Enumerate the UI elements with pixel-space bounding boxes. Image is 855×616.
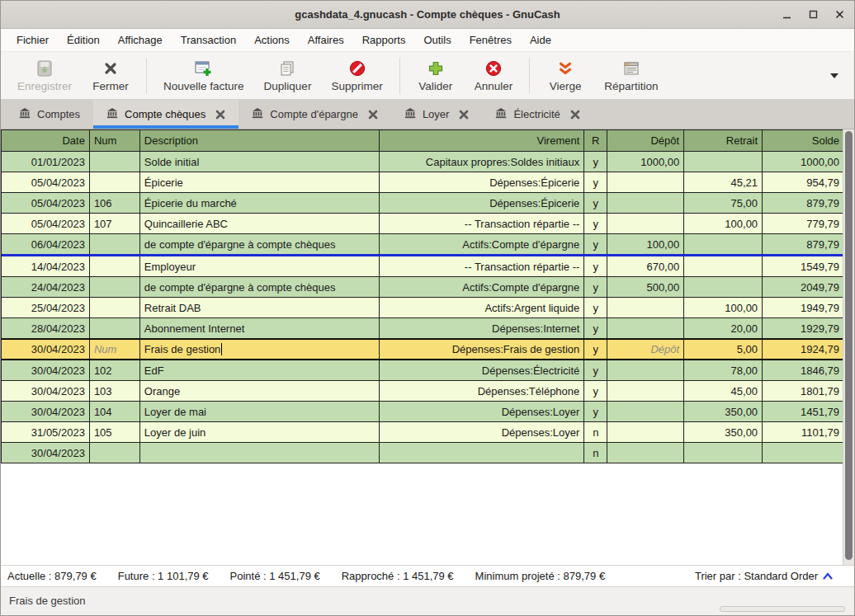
toolbar-button-nouvelle-facture[interactable]: Nouvelle facture xyxy=(154,55,254,96)
cell-depot[interactable] xyxy=(607,298,684,317)
cell-r[interactable]: y xyxy=(584,256,607,276)
cell-num[interactable]: 103 xyxy=(90,381,140,401)
cell-solde[interactable] xyxy=(763,443,844,463)
cell-num[interactable] xyxy=(90,298,140,317)
cell-retrait[interactable] xyxy=(684,152,763,172)
cell-description[interactable] xyxy=(140,443,380,463)
tab-close-icon[interactable] xyxy=(570,110,580,120)
cell-retrait[interactable]: 350,00 xyxy=(684,422,763,442)
cell-depot[interactable] xyxy=(607,214,684,233)
menu-fichier[interactable]: Fichier xyxy=(9,31,56,49)
cell-virement[interactable]: Dépenses:Électricité xyxy=(380,360,585,380)
cell-date[interactable]: 30/04/2023 xyxy=(2,402,90,421)
column-header-depot[interactable]: Dépôt xyxy=(607,130,684,151)
column-header-date[interactable]: Date xyxy=(2,130,90,151)
menu-aide[interactable]: Aide xyxy=(522,31,559,49)
cell-description[interactable]: Épicerie du marché xyxy=(140,193,380,213)
cell-num[interactable]: Num xyxy=(90,340,140,359)
cell-r[interactable]: y xyxy=(584,193,607,213)
toolbar-button-supprimer[interactable]: Supprimer xyxy=(321,55,392,96)
cell-depot[interactable] xyxy=(607,443,684,463)
cell-description[interactable]: Employeur xyxy=(140,256,380,276)
cell-virement[interactable]: Dépenses:Téléphone xyxy=(380,381,585,401)
cell-solde[interactable]: 1929,79 xyxy=(763,318,844,338)
cell-r[interactable]: y xyxy=(584,152,607,172)
menu-outils[interactable]: Outils xyxy=(416,31,458,49)
cell-description[interactable]: Orange xyxy=(140,381,380,401)
cell-description[interactable]: Solde initial xyxy=(140,152,380,172)
cell-r[interactable]: y xyxy=(584,214,607,233)
cell-virement[interactable]: Actifs:Compte d'épargne xyxy=(380,234,585,254)
tab-close-icon[interactable] xyxy=(215,110,225,120)
cell-num[interactable] xyxy=(90,318,140,338)
cell-solde[interactable]: 1549,79 xyxy=(763,256,844,276)
cell-date[interactable]: 14/04/2023 xyxy=(2,256,90,276)
cell-num[interactable] xyxy=(90,152,140,172)
cell-date[interactable]: 05/04/2023 xyxy=(2,214,90,233)
cell-retrait[interactable] xyxy=(684,256,763,276)
menu-edition[interactable]: Édition xyxy=(59,31,107,49)
cell-depot[interactable]: 500,00 xyxy=(607,277,684,297)
cell-r[interactable]: y xyxy=(584,172,607,192)
tab-electricite[interactable]: Électricité xyxy=(482,100,593,129)
toolbar-button-repartition[interactable]: Répartition xyxy=(594,55,668,96)
toolbar-button-fermer[interactable]: Fermer xyxy=(82,55,139,96)
column-header-r[interactable]: R xyxy=(584,130,607,151)
tab-comptes[interactable]: Comptes xyxy=(6,100,93,129)
column-header-num[interactable]: Num xyxy=(90,130,140,151)
cell-depot[interactable] xyxy=(607,422,684,442)
cell-depot[interactable] xyxy=(607,172,684,192)
cell-date[interactable]: 24/04/2023 xyxy=(2,277,90,297)
cell-r[interactable]: y xyxy=(584,298,607,317)
cell-retrait[interactable]: 78,00 xyxy=(684,360,763,380)
menu-affaires[interactable]: Affaires xyxy=(300,31,352,49)
cell-date[interactable]: 28/04/2023 xyxy=(2,318,90,338)
cell-retrait[interactable]: 45,21 xyxy=(684,172,763,192)
cell-num[interactable] xyxy=(90,172,140,192)
menu-actions[interactable]: Actions xyxy=(247,31,297,49)
cell-date[interactable]: 06/04/2023 xyxy=(2,234,90,254)
cell-virement[interactable]: Dépenses:Loyer xyxy=(380,422,585,442)
cell-r[interactable]: y xyxy=(584,234,607,254)
cell-solde[interactable]: 1000,00 xyxy=(763,152,844,172)
cell-retrait[interactable]: 45,00 xyxy=(684,381,763,401)
cell-solde[interactable]: 779,79 xyxy=(763,214,844,233)
cell-depot[interactable] xyxy=(607,360,684,380)
cell-depot[interactable] xyxy=(607,193,684,213)
overflow-arrow-icon[interactable] xyxy=(821,73,848,79)
toolbar-button-dupliquer[interactable]: Dupliquer xyxy=(254,55,322,96)
cell-retrait[interactable]: 100,00 xyxy=(684,214,763,233)
cell-num[interactable]: 105 xyxy=(90,422,140,442)
cell-num[interactable] xyxy=(90,443,140,463)
cell-virement[interactable]: Actifs:Compte d'épargne xyxy=(380,277,585,297)
cell-date[interactable]: 31/05/2023 xyxy=(2,422,90,442)
cell-num[interactable] xyxy=(90,277,140,297)
cell-description[interactable]: Loyer de juin xyxy=(140,422,380,442)
cell-virement[interactable]: Dépenses:Frais de gestion xyxy=(380,340,585,359)
cell-retrait[interactable]: 100,00 xyxy=(684,298,763,317)
column-header-retrait[interactable]: Retrait xyxy=(684,130,763,151)
cell-date[interactable]: 30/04/2023 xyxy=(2,443,90,463)
cell-solde[interactable]: 879,79 xyxy=(763,234,844,254)
tab-compte-cheques[interactable]: Compte chèques xyxy=(93,100,239,129)
cell-date[interactable]: 05/04/2023 xyxy=(2,172,90,192)
cell-num[interactable]: 106 xyxy=(90,193,140,213)
cell-virement[interactable]: Dépenses:Loyer xyxy=(380,402,585,421)
toolbar-button-annuler[interactable]: Annuler xyxy=(465,55,523,96)
cell-num[interactable]: 107 xyxy=(90,214,140,233)
cell-r[interactable]: n xyxy=(584,422,607,442)
cell-r[interactable]: y xyxy=(584,402,607,421)
cell-solde[interactable]: 2049,79 xyxy=(763,277,844,297)
cell-r[interactable]: y xyxy=(584,277,607,297)
cell-virement[interactable]: Dépenses:Internet xyxy=(380,318,585,338)
cell-r[interactable]: y xyxy=(584,318,607,338)
cell-solde[interactable]: 1846,79 xyxy=(763,360,844,380)
cell-retrait[interactable] xyxy=(684,277,763,297)
cell-description[interactable]: Quincaillerie ABC xyxy=(140,214,380,233)
column-header-description[interactable]: Description xyxy=(140,130,380,151)
cell-date[interactable]: 30/04/2023 xyxy=(2,340,90,359)
tab-loyer[interactable]: Loyer xyxy=(391,100,483,129)
cell-r[interactable]: n xyxy=(584,443,607,463)
toolbar-button-valider[interactable]: Valider xyxy=(407,55,465,96)
cell-depot[interactable]: 100,00 xyxy=(607,234,684,254)
